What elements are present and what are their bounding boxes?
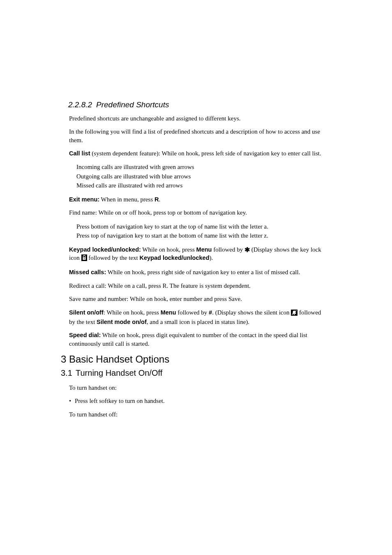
key-r: R: [154, 196, 159, 203]
intro-para-1: Predefined shortcuts are unchangeable an…: [69, 114, 324, 123]
key-menu: Menu: [161, 309, 176, 316]
star-key: ✱: [244, 246, 250, 253]
missed-calls-label: Missed calls:: [69, 269, 106, 275]
save-name-para: Save name and number: While on hook, ent…: [69, 295, 324, 303]
turn-off-para: To turn handset off:: [69, 410, 324, 419]
svg-rect-2: [84, 258, 84, 259]
heading-3-1: 3.1Turning Handset On/Off: [61, 368, 324, 378]
keypad-text-a: While on hook, press: [141, 246, 196, 253]
turn-on-para: To turn handset on:: [69, 384, 324, 392]
silent-text-a: : While on hook, press: [104, 309, 161, 316]
key-hash: #: [209, 309, 212, 316]
lock-icon: [81, 254, 87, 263]
silent-icon: [291, 310, 297, 318]
heading-number: 3.1: [61, 368, 76, 378]
speed-dial-text: While on hook, press digit equivalent to…: [69, 332, 307, 347]
page: 2.2.8.2Predefined Shortcuts Predefined s…: [0, 0, 392, 555]
key-menu: Menu: [196, 246, 212, 253]
content-column: 2.2.8.2Predefined Shortcuts Predefined s…: [69, 100, 324, 423]
call-list-items: Incoming calls are illustrated with gree…: [76, 162, 324, 190]
heading-title: Turning Handset On/Off: [76, 368, 162, 377]
intro-para-2: In the following you will find a list of…: [69, 127, 324, 144]
keypad-text-d: followed by the text: [87, 254, 140, 261]
call-list-label: Call list: [69, 150, 90, 157]
heading-number: 3: [61, 354, 69, 365]
speed-dial-label: Speed dial:: [69, 332, 101, 338]
list-item: Press bottom of navigation key to start …: [76, 222, 324, 231]
svg-point-4: [294, 314, 295, 314]
keypad-label: Keypad locked/unlocked:: [69, 246, 141, 253]
heading-2-2-8-2: 2.2.8.2Predefined Shortcuts: [68, 100, 324, 109]
speed-dial-para: Speed dial: While on hook, press digit e…: [69, 331, 324, 348]
keypad-label-2: Keypad locked/unlocked: [139, 254, 209, 261]
heading-number: 2.2.8.2: [68, 100, 96, 109]
keypad-text-b: followed by: [212, 246, 244, 253]
silent-label-2: Silent mode on/of: [97, 319, 147, 325]
exit-menu-label: Exit menu:: [69, 196, 99, 203]
heading-3: 3Basic Handset Options: [61, 354, 324, 365]
list-item: Missed calls are illustrated with red ar…: [76, 181, 324, 190]
call-list-para: Call list (system dependent feature): Wh…: [69, 149, 324, 158]
exit-menu-text-a: When in menu, press: [99, 196, 154, 203]
find-name-para: Find name: While on or off hook, press t…: [69, 208, 324, 217]
exit-menu-para: Exit menu: When in menu, press R.: [69, 195, 324, 204]
turn-on-bullet: Press left softkey to turn on handset.: [69, 397, 324, 405]
list-item: Press top of navigation key to start at …: [76, 231, 324, 240]
heading-title: Basic Handset Options: [69, 354, 169, 365]
silent-text-e: , and a small icon is placed in status l…: [147, 319, 249, 325]
silent-text-c: . (Display shows the silent icon: [212, 309, 291, 316]
exit-menu-text-b: .: [159, 196, 160, 203]
silent-text-b: followed by: [176, 309, 209, 316]
call-list-text: (system dependent feature): While on hoo…: [90, 150, 321, 157]
heading-title: Predefined Shortcuts: [96, 100, 169, 109]
missed-calls-text: While on hook, press right side of navig…: [106, 269, 300, 275]
silent-para: Silent on/off: While on hook, press Menu…: [69, 308, 324, 326]
silent-label: Silent on/off: [69, 309, 104, 316]
keypad-text-e: ).: [210, 254, 213, 261]
list-item: Outgoing calls are illustrated with blue…: [76, 172, 324, 181]
redirect-para: Redirect a call: While on a call, press …: [69, 282, 324, 290]
missed-calls-para: Missed calls: While on hook, press right…: [69, 268, 324, 277]
list-item: Incoming calls are illustrated with gree…: [76, 162, 324, 172]
keypad-para: Keypad locked/unlocked: While on hook, p…: [69, 245, 324, 264]
find-name-items: Press bottom of navigation key to start …: [76, 222, 324, 240]
